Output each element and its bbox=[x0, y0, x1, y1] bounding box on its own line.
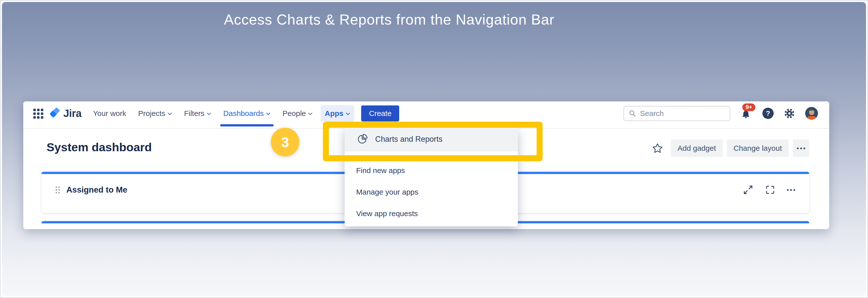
nav-item-label: People bbox=[283, 109, 306, 118]
jira-logo-mark-icon bbox=[49, 107, 61, 120]
star-icon bbox=[652, 143, 663, 154]
gadget-controls bbox=[743, 184, 795, 195]
search-box[interactable] bbox=[623, 106, 730, 121]
user-avatar[interactable] bbox=[805, 107, 818, 120]
app-switcher-icon[interactable] bbox=[33, 109, 43, 119]
gadget-title: Assigned to Me bbox=[66, 185, 127, 195]
nav-menu: Your work Projects Filters Dashboards Pe… bbox=[89, 105, 354, 122]
notifications-button[interactable]: 9+ bbox=[740, 107, 752, 120]
step-badge: 3 bbox=[271, 128, 299, 156]
slide-title: Access Charts & Reports from the Navigat… bbox=[0, 11, 778, 28]
nav-item-label: Filters bbox=[184, 109, 205, 118]
tutorial-slide: Access Charts & Reports from the Navigat… bbox=[0, 0, 868, 298]
more-icon bbox=[787, 189, 795, 191]
jira-logo[interactable]: Jira bbox=[49, 107, 82, 120]
nav-item-label: Dashboards bbox=[223, 109, 264, 118]
menu-item-manage-your-apps[interactable]: Manage your apps bbox=[345, 181, 518, 203]
avatar-shirt bbox=[807, 116, 816, 120]
search-input[interactable] bbox=[640, 109, 713, 118]
menu-item-list: Find new apps Manage your apps View app … bbox=[345, 151, 518, 225]
fullscreen-button[interactable] bbox=[765, 184, 775, 195]
nav-item-dashboards[interactable]: Dashboards bbox=[219, 105, 275, 122]
add-gadget-button[interactable]: Add gadget bbox=[671, 140, 722, 157]
expand-button[interactable] bbox=[743, 184, 753, 195]
favorite-star-button[interactable] bbox=[652, 143, 663, 154]
navbar-right-cluster: 9+ ? bbox=[623, 106, 818, 121]
question-mark-icon: ? bbox=[766, 110, 770, 117]
nav-item-apps[interactable]: Apps bbox=[321, 105, 354, 122]
menu-item-label: View app requests bbox=[356, 209, 418, 218]
nav-item-label: Apps bbox=[324, 109, 343, 118]
menu-item-view-app-requests[interactable]: View app requests bbox=[345, 203, 518, 225]
fullscreen-icon bbox=[765, 184, 775, 195]
chevron-down-icon bbox=[167, 112, 172, 115]
chevron-down-icon bbox=[308, 112, 313, 115]
nav-item-your-work[interactable]: Your work bbox=[89, 105, 130, 122]
menu-item-find-new-apps[interactable]: Find new apps bbox=[345, 160, 518, 181]
search-icon bbox=[628, 110, 637, 117]
gear-icon bbox=[784, 108, 795, 119]
nav-item-label: Your work bbox=[93, 109, 126, 118]
create-button[interactable]: Create bbox=[361, 106, 399, 121]
menu-item-label: Manage your apps bbox=[356, 188, 418, 196]
nav-item-projects[interactable]: Projects bbox=[134, 105, 176, 122]
highlight-annotation-rect bbox=[323, 122, 542, 161]
notification-count-badge: 9+ bbox=[742, 103, 755, 111]
page-title: System dashboard bbox=[46, 140, 152, 154]
more-icon bbox=[797, 148, 805, 149]
help-button[interactable]: ? bbox=[763, 108, 774, 119]
settings-button[interactable] bbox=[784, 108, 795, 119]
dashboard-more-button[interactable] bbox=[793, 140, 809, 157]
drag-handle-icon[interactable] bbox=[56, 186, 60, 193]
chevron-down-icon bbox=[266, 112, 271, 115]
nav-item-filters[interactable]: Filters bbox=[180, 105, 215, 122]
nav-item-label: Projects bbox=[138, 109, 165, 118]
menu-item-label: Find new apps bbox=[356, 166, 405, 175]
gadget-more-button[interactable] bbox=[787, 189, 795, 191]
jira-logo-text: Jira bbox=[63, 108, 82, 119]
nav-item-people[interactable]: People bbox=[279, 105, 317, 122]
chevron-down-icon bbox=[346, 112, 350, 115]
chevron-down-icon bbox=[207, 112, 211, 115]
expand-diagonal-icon bbox=[743, 184, 753, 195]
avatar-face bbox=[809, 109, 814, 115]
change-layout-button[interactable]: Change layout bbox=[727, 140, 789, 157]
dashboard-actions: Add gadget Change layout bbox=[652, 140, 809, 157]
